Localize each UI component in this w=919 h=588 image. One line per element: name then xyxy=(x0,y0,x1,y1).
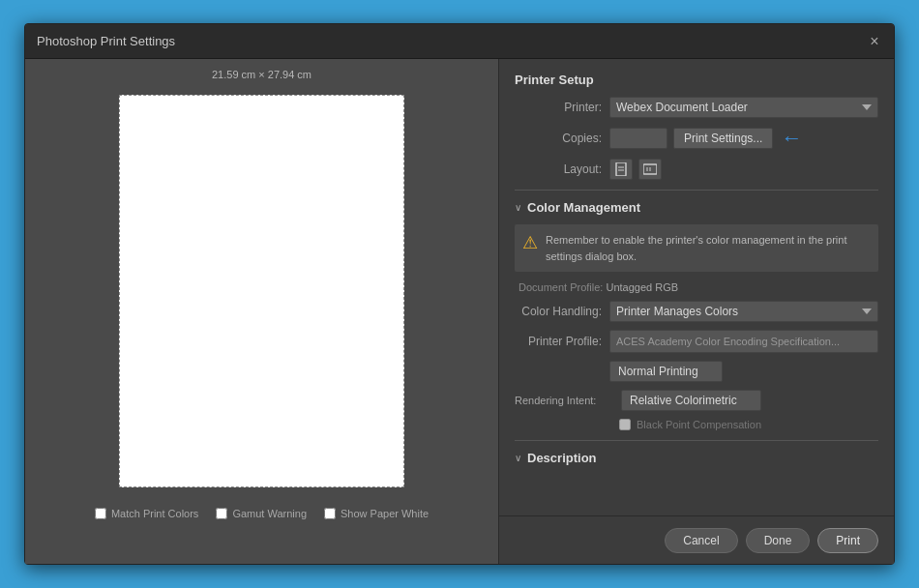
warning-text: Remember to enable the printer's color m… xyxy=(546,232,871,264)
dialog-title: Photoshop Print Settings xyxy=(37,34,175,48)
paper-size-label: 21.59 cm × 27.94 cm xyxy=(212,69,311,80)
done-button[interactable]: Done xyxy=(746,528,811,553)
preview-checkboxes: Match Print Colors Gamut Warning Show Pa… xyxy=(95,508,429,519)
normal-printing-wrapper: Normal Printing xyxy=(609,361,723,382)
layout-label: Layout: xyxy=(515,162,602,176)
rendering-intent-wrapper: Relative Colorimetric xyxy=(621,390,761,411)
gamut-warning-checkbox-item[interactable]: Gamut Warning xyxy=(216,508,307,519)
divider-2 xyxy=(515,440,878,441)
rendering-intent-label: Rendering Intent: xyxy=(515,395,621,406)
printer-profile-row: Printer Profile: ACES Academy Color Enco… xyxy=(515,330,878,353)
settings-panel: Printer Setup Printer: Webex Document Lo… xyxy=(499,59,894,564)
landscape-icon xyxy=(643,163,657,175)
color-handling-select-wrapper: Printer Manages Colors xyxy=(609,301,878,322)
show-paper-white-label: Show Paper White xyxy=(341,508,429,519)
black-point-row: Black Point Compensation xyxy=(515,419,878,430)
match-colors-label: Match Print Colors xyxy=(111,508,198,519)
doc-profile-label: Document Profile: xyxy=(519,281,603,293)
color-handling-label: Color Handling: xyxy=(515,305,602,318)
printer-profile-value: ACES Academy Color Encoding Specificatio… xyxy=(609,330,878,353)
preview-panel: 21.59 cm × 27.94 cm Match Print Colors G… xyxy=(25,59,499,564)
color-management-title: Color Management xyxy=(527,200,640,215)
layout-landscape-button[interactable] xyxy=(638,159,662,180)
layout-icons xyxy=(609,159,662,180)
printer-select-wrapper: Webex Document Loader xyxy=(609,97,878,118)
dialog-content: 21.59 cm × 27.94 cm Match Print Colors G… xyxy=(25,59,894,564)
match-colors-checkbox[interactable] xyxy=(95,508,106,519)
copies-input[interactable]: 1 xyxy=(609,128,667,149)
doc-profile-value: Untagged RGB xyxy=(607,281,679,293)
color-handling-row: Color Handling: Printer Manages Colors xyxy=(515,301,878,322)
preview-area xyxy=(112,88,412,494)
match-colors-checkbox-item[interactable]: Match Print Colors xyxy=(95,508,198,519)
printer-label: Printer: xyxy=(515,101,602,114)
title-bar: Photoshop Print Settings × xyxy=(25,24,894,59)
copies-row: Copies: 1 Print Settings... ← xyxy=(515,126,878,151)
black-point-label: Black Point Compensation xyxy=(637,419,761,430)
rendering-intent-select[interactable]: Relative Colorimetric xyxy=(621,390,761,411)
layout-portrait-button[interactable] xyxy=(609,159,633,180)
portrait-icon xyxy=(615,162,627,176)
printer-row: Printer: Webex Document Loader xyxy=(515,97,878,118)
layout-row: Layout: xyxy=(515,159,878,180)
copies-control: 1 Print Settings... ← xyxy=(609,126,802,151)
close-button[interactable]: × xyxy=(867,34,882,49)
color-management-collapse-arrow[interactable]: ∨ xyxy=(515,202,521,213)
photoshop-print-dialog: Photoshop Print Settings × 21.59 cm × 27… xyxy=(24,23,895,565)
color-management-header: ∨ Color Management xyxy=(515,200,878,215)
arrow-indicator: ← xyxy=(781,126,802,151)
printer-profile-value-wrapper: ACES Academy Color Encoding Specificatio… xyxy=(609,330,878,353)
warning-icon: ⚠ xyxy=(522,232,538,253)
printer-select[interactable]: Webex Document Loader xyxy=(609,97,878,118)
description-collapse-arrow[interactable]: ∨ xyxy=(515,453,521,463)
print-settings-button[interactable]: Print Settings... xyxy=(673,128,773,149)
cancel-button[interactable]: Cancel xyxy=(665,528,737,553)
copies-label: Copies: xyxy=(515,132,602,145)
description-header: ∨ Description xyxy=(515,451,878,465)
doc-profile-row: Document Profile: Untagged RGB xyxy=(515,281,878,293)
svg-rect-0 xyxy=(616,162,626,176)
printer-profile-label: Printer Profile: xyxy=(515,335,602,348)
print-button[interactable]: Print xyxy=(817,528,878,553)
bottom-bar: Cancel Done Print xyxy=(499,515,894,564)
paper-preview xyxy=(119,95,404,487)
description-title: Description xyxy=(527,451,597,465)
color-handling-select[interactable]: Printer Manages Colors xyxy=(609,301,878,322)
divider-1 xyxy=(515,190,878,191)
show-paper-white-checkbox-item[interactable]: Show Paper White xyxy=(324,508,429,519)
gamut-warning-checkbox[interactable] xyxy=(216,508,227,519)
gamut-warning-label: Gamut Warning xyxy=(232,508,307,519)
normal-printing-row: Normal Printing xyxy=(515,361,878,382)
printer-setup-title: Printer Setup xyxy=(515,73,878,87)
warning-box: ⚠ Remember to enable the printer's color… xyxy=(515,224,878,272)
normal-printing-select[interactable]: Normal Printing xyxy=(609,361,723,382)
show-paper-white-checkbox[interactable] xyxy=(324,508,336,519)
description-section: ∨ Description xyxy=(515,451,878,465)
rendering-intent-row: Rendering Intent: Relative Colorimetric xyxy=(515,390,878,411)
settings-scrollable: Printer Setup Printer: Webex Document Lo… xyxy=(499,59,894,515)
black-point-checkbox[interactable] xyxy=(619,419,631,430)
